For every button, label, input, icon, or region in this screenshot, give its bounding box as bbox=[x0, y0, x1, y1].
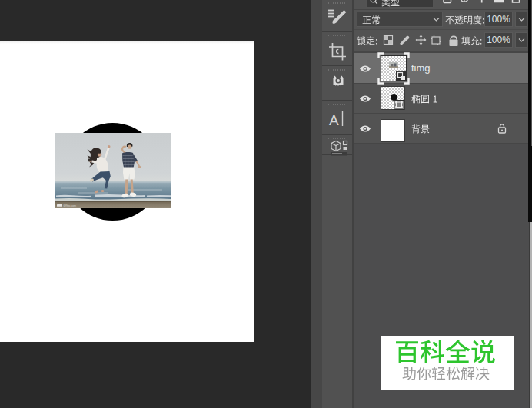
svg-text:699pic.com: 699pic.com bbox=[64, 204, 77, 207]
svg-text:A: A bbox=[329, 112, 339, 128]
